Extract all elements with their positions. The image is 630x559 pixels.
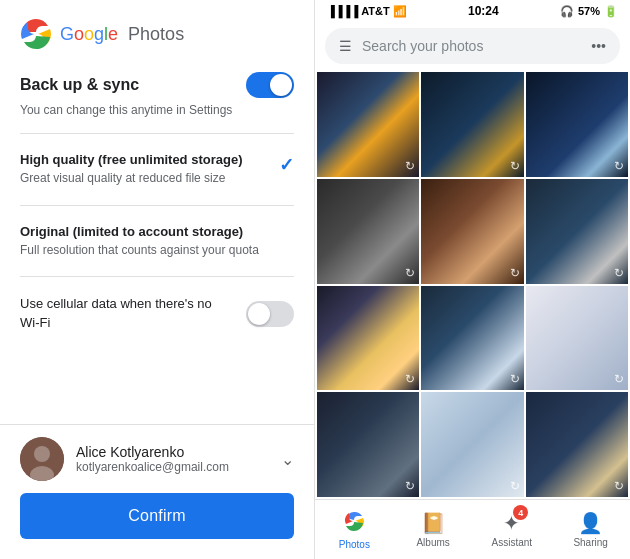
photo-cell[interactable]: ↻ (317, 179, 419, 284)
battery-icon: 🔋 (604, 5, 618, 18)
account-section[interactable]: Alice Kotlyarenko kotlyarenkoalice@gmail… (0, 424, 314, 493)
photos-nav-icon (343, 510, 365, 537)
sync-icon: ↻ (510, 479, 520, 493)
status-time: 10:24 (468, 4, 499, 18)
bottom-nav: Photos 📔 Albums ✦ 4 Assistant 👤 Sharing (315, 499, 630, 559)
backup-sync-title: Back up & sync (20, 76, 139, 94)
sync-icon: ↻ (510, 159, 520, 173)
photo-cell[interactable]: ↻ (421, 392, 523, 497)
sharing-nav-label: Sharing (573, 537, 607, 548)
search-placeholder[interactable]: Search your photos (362, 38, 581, 54)
status-right: 🎧 57% 🔋 (560, 5, 618, 18)
photo-cell[interactable]: ↻ (421, 286, 523, 391)
svg-point-1 (34, 446, 50, 462)
photo-cell[interactable]: ↻ (421, 72, 523, 177)
logo-area: Google Photos (0, 0, 314, 60)
search-inner[interactable]: ☰ Search your photos ••• (325, 28, 620, 64)
settings-content: Back up & sync You can change this anyti… (0, 60, 314, 424)
high-quality-desc: Great visual quality at reduced file siz… (20, 170, 294, 187)
assistant-badge-container: ✦ 4 (503, 511, 520, 535)
wifi-icon: 📶 (393, 5, 407, 18)
chevron-down-icon[interactable]: ⌄ (281, 450, 294, 469)
search-bar[interactable]: ☰ Search your photos ••• (315, 22, 630, 70)
app-title: Google Photos (60, 24, 184, 45)
photo-cell[interactable]: ↻ (526, 286, 628, 391)
photo-grid: ↻ ↻ ↻ ↻ ↻ ↻ ↻ ↻ ↻ ↻ ↻ ↻ (315, 70, 630, 499)
photo-cell[interactable]: ↻ (421, 179, 523, 284)
sync-icon: ↻ (510, 266, 520, 280)
sync-icon: ↻ (405, 266, 415, 280)
photo-cell[interactable]: ↻ (317, 392, 419, 497)
divider-3 (20, 276, 294, 277)
sync-icon: ↻ (405, 372, 415, 386)
photo-cell[interactable]: ↻ (317, 286, 419, 391)
photo-cell[interactable]: ↻ (526, 392, 628, 497)
account-info: Alice Kotlyarenko kotlyarenkoalice@gmail… (76, 444, 269, 474)
divider-2 (20, 205, 294, 206)
more-options-icon[interactable]: ••• (591, 38, 606, 54)
assistant-nav-label: Assistant (492, 537, 533, 548)
photo-cell[interactable]: ↻ (526, 72, 628, 177)
sync-icon: ↻ (510, 372, 520, 386)
left-panel: Google Photos Back up & sync You can cha… (0, 0, 315, 559)
status-left: ▐▐▐▐ AT&T 📶 (327, 5, 407, 18)
original-quality-desc: Full resolution that counts against your… (20, 242, 294, 259)
nav-item-albums[interactable]: 📔 Albums (394, 505, 473, 554)
headphone-icon: 🎧 (560, 5, 574, 18)
divider-1 (20, 133, 294, 134)
avatar (20, 437, 64, 481)
carrier-name: AT&T (361, 5, 390, 17)
high-quality-checkmark: ✓ (279, 154, 294, 176)
photo-cell[interactable]: ↻ (526, 179, 628, 284)
confirm-button[interactable]: Confirm (20, 493, 294, 539)
battery-percent: 57% (578, 5, 600, 17)
signal-icon: ▐▐▐▐ (327, 5, 358, 17)
account-name: Alice Kotlyarenko (76, 444, 269, 460)
status-bar: ▐▐▐▐ AT&T 📶 10:24 🎧 57% 🔋 (315, 0, 630, 22)
nav-item-photos[interactable]: Photos (315, 504, 394, 556)
original-quality-option[interactable]: Original (limited to account storage) Fu… (20, 214, 294, 269)
high-quality-title: High quality (free unlimited storage) (20, 152, 294, 167)
right-panel: ▐▐▐▐ AT&T 📶 10:24 🎧 57% 🔋 ☰ Search your … (315, 0, 630, 559)
photo-cell[interactable]: ↻ (317, 72, 419, 177)
avatar-image (20, 437, 64, 481)
photos-nav-label: Photos (339, 539, 370, 550)
sync-icon: ↻ (614, 372, 624, 386)
sync-icon: ↻ (614, 266, 624, 280)
cellular-text: Use cellular data when there's no Wi-Fi (20, 295, 246, 331)
backup-sync-desc: You can change this anytime in Settings (20, 102, 294, 119)
nav-item-assistant[interactable]: ✦ 4 Assistant (473, 505, 552, 554)
original-quality-title: Original (limited to account storage) (20, 224, 294, 239)
account-email: kotlyarenkoalice@gmail.com (76, 460, 269, 474)
albums-nav-icon: 📔 (421, 511, 446, 535)
google-photos-icon (20, 18, 52, 50)
sync-icon: ↻ (614, 479, 624, 493)
assistant-badge: 4 (513, 505, 528, 520)
nav-item-sharing[interactable]: 👤 Sharing (551, 505, 630, 554)
high-quality-option[interactable]: High quality (free unlimited storage) Gr… (20, 142, 294, 197)
cellular-toggle[interactable] (246, 301, 294, 327)
backup-sync-toggle[interactable] (246, 72, 294, 98)
sharing-nav-icon: 👤 (578, 511, 603, 535)
albums-nav-label: Albums (416, 537, 449, 548)
cellular-row: Use cellular data when there's no Wi-Fi (20, 285, 294, 341)
backup-sync-row: Back up & sync (20, 72, 294, 98)
hamburger-icon[interactable]: ☰ (339, 38, 352, 54)
sync-icon: ↻ (614, 159, 624, 173)
sync-icon: ↻ (405, 479, 415, 493)
sync-icon: ↻ (405, 159, 415, 173)
